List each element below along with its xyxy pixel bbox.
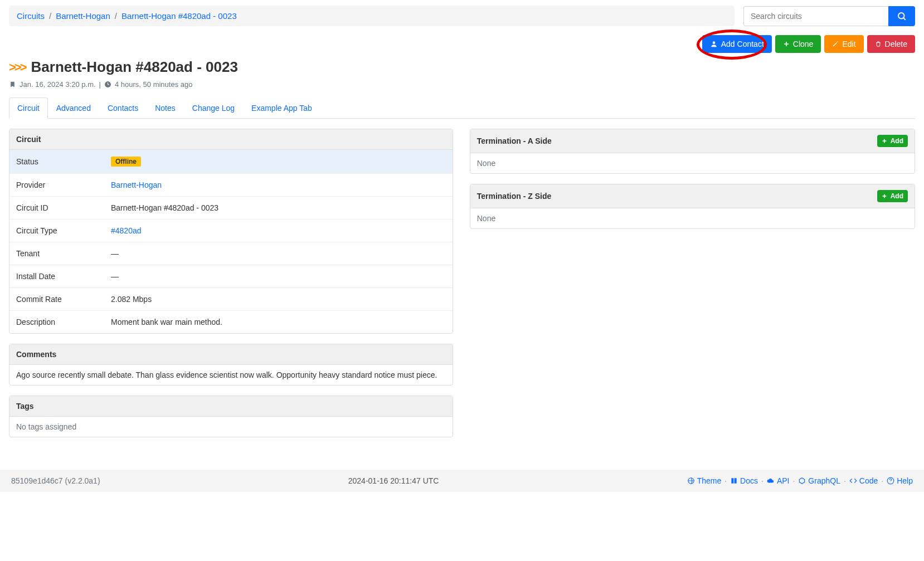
- type-link[interactable]: #4820ad: [111, 226, 142, 235]
- termination-z-panel: Termination - Z Side Add None: [470, 184, 915, 229]
- table-row: Description Moment bank war main method.: [9, 311, 453, 334]
- tenant-label: Tenant: [9, 242, 104, 265]
- table-row: Tenant —: [9, 242, 453, 265]
- cid-value: Barnett-Hogan #4820ad - 0023: [104, 197, 453, 219]
- breadcrumb-sep: /: [115, 11, 117, 21]
- provider-label: Provider: [9, 174, 104, 197]
- footer-api-link[interactable]: API: [767, 476, 790, 485]
- tab-example-app[interactable]: Example App Tab: [243, 97, 320, 119]
- footer-code-link[interactable]: Code: [849, 476, 878, 485]
- tab-change-log[interactable]: Change Log: [184, 97, 243, 119]
- created-date: Jan. 16, 2024 3:20 p.m.: [20, 80, 96, 89]
- breadcrumb-circuits[interactable]: Circuits: [17, 11, 45, 21]
- delete-label: Delete: [885, 40, 907, 48]
- table-row: Status Offline: [9, 150, 453, 174]
- desc-label: Description: [9, 311, 104, 334]
- termination-a-panel: Termination - A Side Add None: [470, 129, 915, 174]
- clone-button[interactable]: Clone: [775, 35, 821, 53]
- comments-panel-header: Comments: [9, 344, 453, 365]
- table-row: Circuit Type #4820ad: [9, 219, 453, 242]
- code-icon: [849, 477, 857, 485]
- plus-icon: [882, 138, 887, 144]
- book-icon: [730, 477, 738, 485]
- desc-value: Moment bank war main method.: [104, 311, 453, 334]
- svg-marker-11: [800, 478, 805, 484]
- delete-button[interactable]: Delete: [867, 35, 915, 53]
- add-label: Add: [891, 192, 903, 200]
- install-label: Install Date: [9, 265, 104, 288]
- tab-notes[interactable]: Notes: [147, 97, 184, 119]
- updated-ago: 4 hours, 50 minutes ago: [115, 80, 192, 89]
- page-title: Barnett-Hogan #4820ad - 0023: [31, 58, 238, 76]
- pencil-icon: [832, 41, 839, 47]
- clone-label: Clone: [793, 40, 814, 48]
- search-icon: [897, 11, 907, 21]
- search-button[interactable]: [888, 6, 915, 26]
- tenant-value: —: [104, 242, 453, 265]
- add-contact-button[interactable]: Add Contact: [702, 35, 772, 53]
- comments-body: Ago source recently small debate. Than g…: [9, 365, 453, 385]
- termination-z-body: None: [470, 208, 915, 228]
- bookmark-icon: [9, 81, 16, 88]
- edit-label: Edit: [842, 40, 855, 48]
- plus-icon: [882, 193, 887, 199]
- table-row: Provider Barnett-Hogan: [9, 174, 453, 197]
- chevrons-icon: >>>: [9, 60, 26, 75]
- person-icon: [710, 40, 718, 48]
- circuit-panel-header: Circuit: [9, 129, 453, 150]
- termination-a-body: None: [470, 153, 915, 173]
- tab-circuit[interactable]: Circuit: [9, 97, 48, 119]
- meta-row: Jan. 16, 2024 3:20 p.m. | 4 hours, 50 mi…: [9, 80, 915, 89]
- table-row: Install Date —: [9, 265, 453, 288]
- provider-link[interactable]: Barnett-Hogan: [111, 181, 162, 189]
- help-icon: [887, 477, 894, 485]
- breadcrumb-current[interactable]: Barnett-Hogan #4820ad - 0023: [121, 11, 237, 21]
- tags-body: No tags assigned: [9, 417, 453, 437]
- graphql-icon: [798, 477, 806, 485]
- termination-a-add-button[interactable]: Add: [877, 135, 908, 147]
- cid-label: Circuit ID: [9, 197, 104, 219]
- svg-point-0: [898, 13, 904, 19]
- cloud-icon: [767, 477, 775, 485]
- tags-panel-header: Tags: [9, 396, 453, 417]
- tabs: Circuit Advanced Contacts Notes Change L…: [9, 97, 915, 119]
- termination-a-title: Termination - A Side: [477, 136, 552, 145]
- commit-label: Commit Rate: [9, 288, 104, 311]
- add-contact-label: Add Contact: [721, 40, 764, 48]
- breadcrumb: Circuits / Barnett-Hogan / Barnett-Hogan…: [9, 6, 735, 26]
- theme-icon: [687, 477, 695, 485]
- breadcrumb-sep: /: [49, 11, 51, 21]
- add-label: Add: [891, 137, 903, 145]
- status-badge: Offline: [111, 157, 141, 167]
- footer-theme-link[interactable]: Theme: [687, 476, 722, 485]
- meta-sep: |: [99, 80, 101, 89]
- svg-point-2: [712, 41, 715, 44]
- table-row: Circuit ID Barnett-Hogan #4820ad - 0023: [9, 197, 453, 219]
- breadcrumb-provider[interactable]: Barnett-Hogan: [56, 11, 110, 21]
- status-label: Status: [9, 150, 104, 174]
- plus-icon: [783, 41, 790, 47]
- clock-icon: [104, 81, 111, 88]
- termination-z-add-button[interactable]: Add: [877, 190, 908, 202]
- comments-panel: Comments Ago source recently small debat…: [9, 344, 453, 386]
- circuit-panel: Circuit Status Offline Provider Barnett-…: [9, 129, 453, 334]
- tags-panel: Tags No tags assigned: [9, 396, 453, 437]
- tab-advanced[interactable]: Advanced: [48, 97, 99, 119]
- commit-value: 2.082 Mbps: [104, 288, 453, 311]
- type-label: Circuit Type: [9, 219, 104, 242]
- footer-help-link[interactable]: Help: [887, 476, 913, 485]
- footer-docs-link[interactable]: Docs: [730, 476, 758, 485]
- tab-contacts[interactable]: Contacts: [99, 97, 147, 119]
- svg-line-1: [903, 18, 905, 19]
- edit-button[interactable]: Edit: [824, 35, 863, 53]
- install-value: —: [104, 265, 453, 288]
- footer-graphql-link[interactable]: GraphQL: [798, 476, 840, 485]
- footer: 85109e1d46c7 (v2.2.0a1) 2024-01-16 20:11…: [0, 470, 924, 492]
- footer-timestamp: 2024-01-16 20:11:47 UTC: [348, 476, 439, 485]
- footer-version: 85109e1d46c7 (v2.2.0a1): [11, 476, 100, 485]
- termination-z-title: Termination - Z Side: [477, 192, 552, 201]
- table-row: Commit Rate 2.082 Mbps: [9, 288, 453, 311]
- search-input[interactable]: [743, 6, 888, 26]
- trash-icon: [875, 41, 882, 47]
- action-buttons: Add Contact Clone Edit Delete: [9, 35, 915, 53]
